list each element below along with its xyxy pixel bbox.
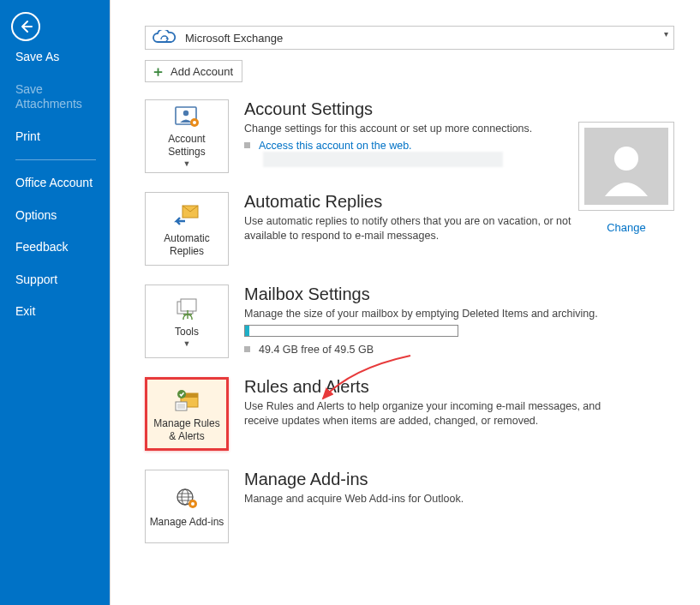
redacted-url	[263, 152, 503, 167]
tile-label: Manage Rules & Alerts	[151, 417, 223, 442]
rules-alerts-icon	[172, 386, 201, 415]
access-web-link[interactable]: Access this account on the web.	[259, 140, 412, 152]
add-account-label: Add Account	[171, 65, 233, 78]
account-dropdown-label: Microsoft Exchange	[185, 32, 283, 45]
section-manage-addins: Manage Add-ins Manage Add-ins Manage and…	[145, 470, 674, 543]
sidebar-item-support[interactable]: Support	[0, 264, 110, 297]
section-title: Rules and Alerts	[244, 377, 674, 397]
section-desc: Manage the size of your mailbox by empty…	[244, 307, 613, 321]
sidebar-item-options[interactable]: Options	[0, 200, 110, 232]
tile-label: Account Settings	[149, 133, 224, 158]
add-account-button[interactable]: ＋ Add Account	[145, 60, 242, 82]
account-dropdown[interactable]: Microsoft Exchange ▾	[145, 26, 674, 50]
addins-icon	[173, 484, 200, 513]
sidebar-divider	[15, 159, 96, 160]
automatic-replies-icon	[173, 201, 200, 230]
sidebar-item-exit[interactable]: Exit	[0, 296, 110, 328]
manage-rules-alerts-tile[interactable]: Manage Rules & Alerts	[145, 377, 229, 451]
sidebar-item-print[interactable]: Print	[0, 121, 110, 153]
chevron-down-icon: ▼	[183, 339, 191, 349]
section-desc: Manage and acquire Web Add-ins for Outlo…	[244, 492, 613, 506]
sidebar-item-save-attachments: Save Attachments	[0, 74, 110, 121]
section-desc: Use automatic replies to notify others t…	[244, 214, 613, 243]
mailbox-usage-bar	[244, 325, 458, 337]
svg-point-1	[183, 111, 188, 116]
account-settings-tile[interactable]: Account Settings ▼	[145, 99, 229, 173]
svg-rect-7	[181, 299, 196, 311]
section-desc: Change settings for this account or set …	[244, 122, 613, 136]
section-account-settings: Account Settings ▼ Account Settings Chan…	[145, 99, 674, 173]
tile-label: Automatic Replies	[149, 232, 224, 257]
section-title: Automatic Replies	[244, 192, 674, 212]
section-title: Manage Add-ins	[244, 470, 674, 489]
arrow-left-icon	[18, 19, 33, 34]
dropdown-caret-icon: ▾	[664, 29, 668, 39]
automatic-replies-tile[interactable]: Automatic Replies	[145, 192, 229, 266]
backstage-sidebar: Save As Save Attachments Print Office Ac…	[0, 0, 110, 605]
plus-icon: ＋	[151, 64, 165, 79]
tools-icon	[173, 294, 200, 323]
mailbox-usage-fill	[245, 326, 249, 336]
svg-point-3	[193, 121, 196, 124]
mailbox-free-text: 49.4 GB free of 49.5 GB	[259, 344, 374, 356]
section-rules-alerts: Manage Rules & Alerts Rules and Alerts U…	[145, 377, 674, 451]
section-title: Account Settings	[244, 99, 674, 119]
bullet-icon	[244, 142, 250, 148]
tile-label: Tools	[175, 326, 199, 338]
section-title: Mailbox Settings	[244, 285, 674, 304]
svg-point-15	[191, 502, 194, 506]
svg-point-4	[614, 147, 638, 171]
account-settings-icon	[173, 104, 200, 130]
cloud-sync-icon	[153, 30, 178, 45]
manage-addins-tile[interactable]: Manage Add-ins	[145, 470, 229, 543]
sidebar-item-feedback[interactable]: Feedback	[0, 231, 110, 264]
account-info-panel: Microsoft Exchange ▾ ＋ Add Account	[110, 0, 700, 605]
section-mailbox-settings: Tools ▼ Mailbox Settings Manage the size…	[145, 285, 674, 358]
chevron-down-icon: ▼	[183, 159, 191, 169]
section-automatic-replies: Automatic Replies Automatic Replies Use …	[145, 192, 674, 266]
sidebar-item-save-as[interactable]: Save As	[0, 41, 110, 74]
section-desc: Use Rules and Alerts to help organize yo…	[244, 399, 613, 428]
back-button[interactable]	[11, 12, 40, 41]
tools-tile[interactable]: Tools ▼	[145, 285, 229, 358]
tile-label: Manage Add-ins	[150, 516, 224, 528]
bullet-icon	[244, 346, 250, 352]
sidebar-item-office-account[interactable]: Office Account	[0, 167, 110, 200]
avatar-placeholder-icon	[596, 136, 656, 196]
